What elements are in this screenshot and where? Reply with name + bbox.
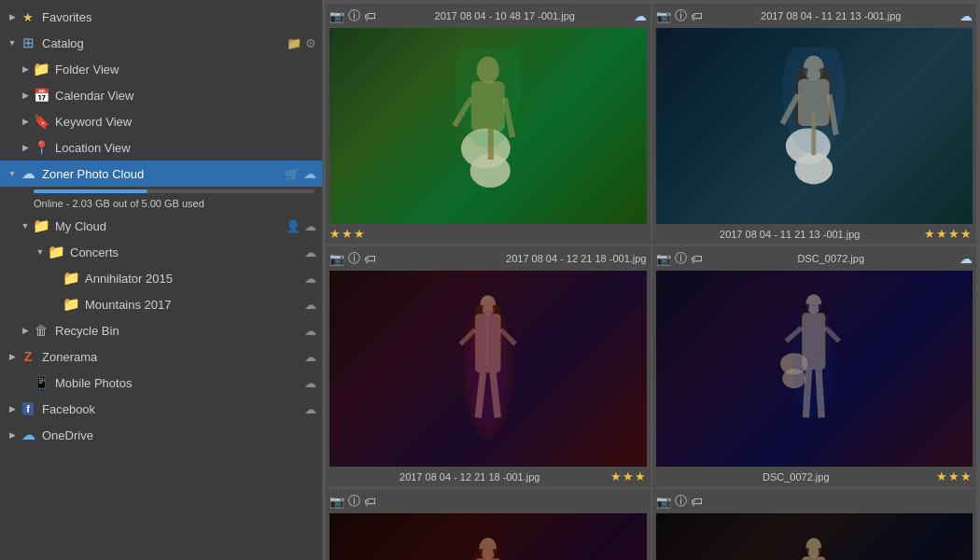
chevron-onedrive-icon: ▶: [6, 428, 19, 441]
guitarist-svg-2: [687, 48, 941, 204]
photo-bg-3: [329, 271, 647, 467]
cloud-status-4: ☁: [959, 251, 973, 266]
annihilator-cloud-icon[interactable]: ☁: [304, 272, 316, 286]
photo-bottom-3: 2017 08 04 - 12 21 18 -001.jpg ★★★: [329, 469, 647, 483]
info-icon-6: ⓘ: [675, 493, 687, 510]
sidebar-item-my-cloud[interactable]: ▼ 📁 My Cloud 👤 ☁: [0, 213, 322, 239]
sidebar-item-calendar-view[interactable]: ▶ 📅 Calendar View: [0, 82, 322, 108]
photo-image-6[interactable]: [656, 513, 973, 560]
zoner-cloud-icon: ☁: [19, 164, 37, 183]
sidebar: ▶ ★ Favorites ▼ ⊞ Catalog 📁 ⚙ ▶ 📁 Folder…: [0, 0, 322, 560]
svg-point-40: [460, 543, 515, 561]
svg-rect-42: [803, 556, 826, 560]
sidebar-item-keyword-view[interactable]: ▶ 🔖 Keyword View: [0, 108, 322, 134]
recycle-bin-label: Recycle Bin: [55, 324, 304, 338]
mountains-cloud-icon[interactable]: ☁: [304, 298, 316, 312]
mountains-folder-icon: 📁: [62, 295, 80, 314]
info-icon-2: ⓘ: [675, 7, 687, 24]
photo-filename-1: 2017 08 04 - 10 48 17 -001.jpg: [435, 10, 575, 21]
trash-icon: 🗑: [32, 321, 50, 340]
photo-grid: 📷 ⓘ 🏷 2017 08 04 - 10 48 17 -001.jpg ☁: [322, 0, 980, 560]
photo-cell-3[interactable]: 📷 ⓘ 🏷 2017 08 04 - 12 21 18 -001.jpg: [326, 246, 651, 487]
photo-icons-6: 📷 ⓘ 🏷: [656, 493, 703, 510]
cloud-sync-icon[interactable]: ☁: [303, 166, 316, 181]
svg-point-41: [806, 538, 822, 557]
sidebar-item-facebook[interactable]: ▶ f Facebook ☁: [0, 396, 322, 422]
photo-icons-3: 📷 ⓘ 🏷: [329, 250, 376, 267]
sidebar-item-mountains[interactable]: ▶ 📁 Mountains 2017 ☁: [0, 291, 322, 317]
photo-image-5[interactable]: [329, 513, 647, 560]
photo-cell-6[interactable]: 📷 ⓘ 🏷: [652, 489, 977, 560]
tag-icon-5: 🏷: [364, 495, 376, 509]
sidebar-item-mobile-photos[interactable]: ▶ 📱 Mobile Photos ☁: [0, 370, 322, 396]
folder-view-label: Folder View: [55, 63, 316, 77]
facebook-cloud-icon[interactable]: ☁: [304, 402, 316, 416]
photo-icons-5: 📷 ⓘ 🏷: [329, 493, 376, 510]
my-cloud-sync-icon[interactable]: ☁: [304, 219, 316, 233]
photo-cell-1[interactable]: 📷 ⓘ 🏷 2017 08 04 - 10 48 17 -001.jpg ☁: [326, 4, 651, 245]
chevron-catalog-icon: ▼: [6, 36, 19, 49]
sidebar-item-onedrive[interactable]: ▶ ☁ OneDrive: [0, 422, 322, 448]
info-icon-5: ⓘ: [348, 493, 360, 510]
photo-cell-4[interactable]: 📷 ⓘ 🏷 DSC_0072.jpg ☁: [652, 246, 977, 487]
keyword-view-label: Keyword View: [55, 115, 316, 129]
sidebar-item-catalog[interactable]: ▼ ⊞ Catalog 📁 ⚙: [0, 30, 322, 56]
mobile-cloud-icon[interactable]: ☁: [304, 376, 316, 390]
photo-image-2[interactable]: [656, 28, 973, 224]
camera-icon-3: 📷: [329, 252, 344, 266]
camera-icon-6: 📷: [656, 495, 671, 509]
facebook-icon: f: [19, 399, 37, 418]
folder-icon: 📁: [32, 60, 50, 78]
my-cloud-folder-icon: 📁: [32, 217, 50, 235]
calendar-view-label: Calendar View: [55, 89, 316, 103]
sidebar-item-folder-view[interactable]: ▶ 📁 Folder View: [0, 56, 322, 82]
add-folder-icon[interactable]: 📁: [287, 36, 301, 50]
tag-icon-1: 🏷: [364, 9, 376, 23]
photo-filename-label-4: DSC_0072.jpg: [656, 471, 937, 483]
sidebar-item-annihilator[interactable]: ▶ 📁 Annihilator 2015 ☁: [0, 265, 322, 291]
facebook-actions: ☁: [304, 402, 316, 416]
sidebar-item-zoner-cloud[interactable]: ▼ ☁ Zoner Photo Cloud 🛒 ☁: [0, 161, 322, 187]
photo-cell-2[interactable]: 📷 ⓘ 🏷 2017 08 04 - 11 21 13 -001.jpg ☁: [652, 4, 977, 245]
facebook-label: Facebook: [42, 402, 304, 416]
zonerama-label: Zonerama: [42, 350, 304, 364]
my-cloud-actions: 👤 ☁: [286, 219, 316, 233]
sidebar-item-recycle-bin[interactable]: ▶ 🗑 Recycle Bin ☁: [0, 317, 322, 343]
photo-meta-top-4: 📷 ⓘ 🏷 DSC_0072.jpg ☁: [656, 250, 973, 267]
camera-icon-5: 📷: [329, 495, 344, 509]
chevron-keyword-icon: ▶: [19, 115, 32, 128]
recycle-cloud-icon[interactable]: ☁: [304, 324, 316, 338]
chevron-calendar-icon: ▶: [19, 89, 32, 102]
chevron-zonerama-icon: ▶: [6, 350, 19, 363]
photo-meta-top-3: 📷 ⓘ 🏷 2017 08 04 - 12 21 18 -001.jpg: [329, 250, 647, 267]
mobile-icon: 📱: [32, 373, 50, 392]
concerts-label: Concerts: [70, 245, 304, 259]
sidebar-item-location-view[interactable]: ▶ 📍 Location View: [0, 134, 322, 161]
tag-icon-3: 🏷: [364, 252, 376, 266]
svg-point-11: [795, 153, 833, 185]
chevron-facebook-icon: ▶: [6, 402, 19, 415]
photo-bg-1: [329, 28, 647, 224]
sidebar-item-concerts[interactable]: ▼ 📁 Concerts ☁: [0, 239, 322, 265]
cart-icon[interactable]: 🛒: [285, 167, 300, 181]
photo-bg-4: [656, 271, 973, 467]
gear-icon[interactable]: ⚙: [305, 36, 316, 50]
zonerama-actions: ☁: [304, 350, 316, 364]
person-icon[interactable]: 👤: [286, 219, 301, 233]
calendar-icon: 📅: [32, 86, 50, 105]
photo-cell-5[interactable]: 📷 ⓘ 🏷 DSC_0086.jpg: [326, 489, 651, 560]
photo-image-3[interactable]: [329, 271, 647, 467]
concerts-folder-icon: 📁: [47, 243, 65, 261]
zonerama-icon: Z: [19, 347, 37, 366]
zonerama-cloud-icon[interactable]: ☁: [304, 350, 316, 364]
sidebar-item-zonerama[interactable]: ▶ Z Zonerama ☁: [0, 343, 322, 370]
photo-image-1[interactable]: [329, 28, 647, 224]
photo-icons-1: 📷 ⓘ 🏷: [329, 7, 376, 24]
stars-2: ★★★★: [924, 227, 973, 241]
concerts-cloud-icon[interactable]: ☁: [304, 245, 316, 259]
photo-icons-4: 📷 ⓘ 🏷: [656, 250, 703, 267]
storage-bar: [34, 189, 315, 193]
photo-image-4[interactable]: [656, 271, 973, 467]
sidebar-item-favorites[interactable]: ▶ ★ Favorites: [0, 4, 322, 30]
annihilator-label: Annihilator 2015: [85, 272, 304, 286]
